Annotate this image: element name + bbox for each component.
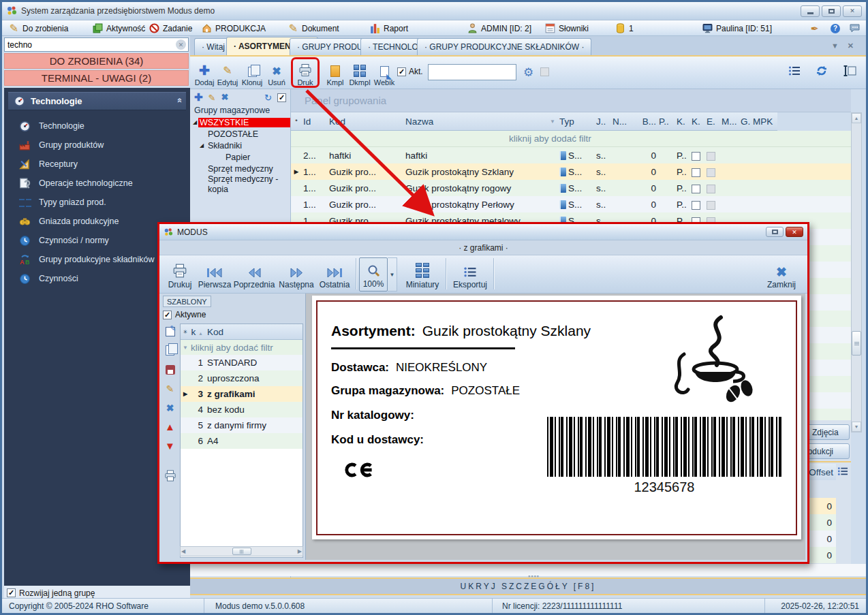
- rename-template-icon[interactable]: ✎: [164, 383, 176, 394]
- save-template-icon[interactable]: [164, 364, 176, 375]
- column-header-id[interactable]: Id: [302, 116, 328, 127]
- sort-indicator-icon[interactable]: ▼: [548, 119, 558, 125]
- edit-group-icon[interactable]: ✎: [208, 93, 216, 103]
- menu-item-raport[interactable]: Raport: [370, 22, 408, 34]
- menu-item-counter[interactable]: 1: [615, 22, 634, 34]
- close-button[interactable]: ✕: [843, 5, 862, 17]
- tree-node-sprzet-medyczny[interactable]: Sprzęt medyczny: [190, 163, 290, 174]
- maximize-button[interactable]: [822, 5, 841, 17]
- delete-group-icon[interactable]: ✖: [221, 92, 228, 103]
- grid-filter-row[interactable]: kliknij aby dodać filtr: [291, 131, 851, 147]
- menu-item-dokument[interactable]: ✎Dokument: [288, 22, 339, 34]
- zoom-level-button[interactable]: 100%: [359, 257, 388, 291]
- row-checkbox[interactable]: ✓: [692, 168, 700, 177]
- menu-item-produkcja[interactable]: PRODUKCJA: [202, 22, 266, 34]
- scroll-down-icon[interactable]: ▼: [852, 422, 861, 432]
- sidebar-item-receptury[interactable]: Receptury: [8, 155, 186, 174]
- zamknij-button[interactable]: ✖ Zamknij: [762, 257, 801, 291]
- terminal-notes-button[interactable]: TERMINAL - UWAGI (2): [4, 70, 189, 86]
- dialog-maximize-button[interactable]: [766, 227, 784, 237]
- column-header-mpk[interactable]: MPK: [751, 116, 781, 127]
- move-up-icon[interactable]: ▲: [164, 421, 176, 432]
- column-header-typ[interactable]: Typ: [558, 116, 595, 127]
- menu-item-aktywnosc[interactable]: Aktywność: [93, 22, 145, 34]
- todo-button[interactable]: DO ZROBIENIA (34): [4, 53, 189, 69]
- templates-filter-row[interactable]: ▼ kliknij aby dodać filtr: [181, 340, 303, 355]
- gear-icon[interactable]: ⚙: [523, 65, 533, 80]
- dodaj-button[interactable]: ✚Dodaj: [191, 58, 217, 88]
- select-all-header[interactable]: ✳: [181, 329, 190, 335]
- delete-template-icon[interactable]: ✖: [164, 402, 176, 413]
- row-checkbox[interactable]: ✓: [692, 201, 700, 210]
- expander-icon[interactable]: ◢: [200, 142, 206, 148]
- expand-one-group-checkbox[interactable]: ✓: [7, 588, 16, 597]
- klonuj-button[interactable]: Klonuj: [239, 58, 265, 88]
- chat-icon[interactable]: [850, 22, 860, 34]
- copy-template-icon[interactable]: [164, 345, 176, 356]
- column-header-j[interactable]: J..: [595, 116, 611, 127]
- ink-pen-icon[interactable]: ✒: [809, 22, 820, 34]
- tab-grupy-produkcyjne-skladnikow[interactable]: · GRUPY PRODUKCYJNE SKŁADNIKÓW ·: [417, 38, 591, 55]
- move-down-icon[interactable]: ▼: [164, 440, 176, 452]
- row-flag-checkbox[interactable]: ✓: [707, 152, 715, 161]
- table-row[interactable]: 1... Guzik pro... Guzik prostokątny rogo…: [291, 180, 851, 196]
- edytuj-button[interactable]: ✎Edytuj: [215, 58, 241, 88]
- row-checkbox[interactable]: ✓: [692, 152, 700, 161]
- template-row[interactable]: 2uproszczona: [181, 370, 303, 386]
- sidebar-item-operacje-technologiczne[interactable]: Operacje technologiczne: [8, 174, 186, 193]
- sidebar-item-typy-gniazd[interactable]: Typy gniazd prod.: [8, 193, 186, 212]
- splitter-grip[interactable]: ▪▪▪▪: [528, 573, 540, 580]
- akt-checkbox[interactable]: ✓: [397, 67, 406, 76]
- active-checkbox[interactable]: ✓: [163, 311, 172, 319]
- refresh-groups-icon[interactable]: ↻: [264, 93, 272, 103]
- clear-search-icon[interactable]: ✕: [176, 40, 186, 50]
- column-header-p[interactable]: P..: [657, 116, 675, 127]
- tree-node-pozostale[interactable]: POZOSTAŁE: [190, 128, 290, 140]
- menu-item-slowniki[interactable]: Słowniki: [545, 22, 589, 34]
- templates-tab[interactable]: SZABLONY: [163, 296, 211, 307]
- tree-node-papier[interactable]: Papier: [190, 151, 290, 163]
- menu-item-do-zrobienia[interactable]: ✎Do zrobienia: [9, 22, 68, 34]
- nastepna-button[interactable]: Następna: [277, 257, 316, 291]
- row-flag-checkbox[interactable]: ✓: [707, 201, 715, 210]
- kmpl-button[interactable]: Kmpl: [322, 58, 348, 88]
- dkmpl-button[interactable]: Dkmpl: [347, 58, 373, 88]
- zoom-dropdown-icon[interactable]: ▼: [388, 257, 397, 291]
- row-flag-checkbox[interactable]: ✓: [707, 168, 715, 177]
- search-input[interactable]: [5, 40, 176, 50]
- scroll-left-icon[interactable]: ◀: [181, 548, 185, 554]
- template-row[interactable]: 6A4: [181, 433, 303, 449]
- add-group-icon[interactable]: ✚: [194, 91, 203, 104]
- template-row[interactable]: 5z danymi firmy: [181, 417, 303, 433]
- column-header-g[interactable]: G.: [739, 116, 751, 127]
- scroll-right-icon[interactable]: ▶: [298, 548, 302, 554]
- table-row[interactable]: 2... haftki haftki S... s.. 0 P.. ✓ ✓: [291, 147, 851, 163]
- column-header-kod[interactable]: Kod: [328, 116, 404, 127]
- eksportuj-button[interactable]: Eksportuj: [450, 257, 491, 291]
- scroll-thumb[interactable]: [232, 548, 251, 555]
- miniatury-button[interactable]: Miniatury: [402, 257, 443, 291]
- tree-node-sprzet-medyczny-kopia[interactable]: Sprzęt medyczny - kopia: [190, 174, 290, 196]
- menu-item-zadanie[interactable]: Zadanie: [149, 22, 192, 34]
- table-row[interactable]: 1... Guzik pro... Guzik prostokątny Perł…: [291, 196, 851, 212]
- usun-button[interactable]: ✖Usuń: [264, 58, 290, 88]
- edit-template-icon[interactable]: [164, 326, 176, 337]
- poprzednia-button[interactable]: Poprzednia: [233, 257, 275, 291]
- quick-filter-input[interactable]: [428, 64, 516, 80]
- row-checkbox[interactable]: ✓: [692, 185, 700, 193]
- template-row-selected[interactable]: ▶3z grafikami: [181, 386, 303, 402]
- select-all-header[interactable]: *: [291, 118, 302, 125]
- grouping-panel[interactable]: Panel grupowania: [291, 89, 851, 112]
- horizontal-scrollbar[interactable]: ◀ ▶: [180, 546, 303, 556]
- help-icon[interactable]: ?: [831, 22, 840, 34]
- column-header-nazwa[interactable]: Nazwa: [404, 116, 548, 127]
- template-row[interactable]: 1STANDARD: [181, 355, 303, 370]
- table-row-selected[interactable]: ▶1... Guzik pro... Guzik prostokątny Szk…: [291, 163, 851, 180]
- tab-close-icon[interactable]: ✕: [848, 42, 854, 50]
- scroll-thumb[interactable]: [852, 331, 861, 356]
- webik-button[interactable]: Webik: [371, 58, 397, 88]
- column-header-k2[interactable]: K.: [690, 116, 705, 127]
- view-list-icon[interactable]: [788, 65, 801, 76]
- settings-checkbox[interactable]: ✓: [540, 67, 549, 76]
- hide-details-bar[interactable]: ▪▪▪▪ UKRYJ SZCZEGÓŁY [F8]: [190, 578, 866, 595]
